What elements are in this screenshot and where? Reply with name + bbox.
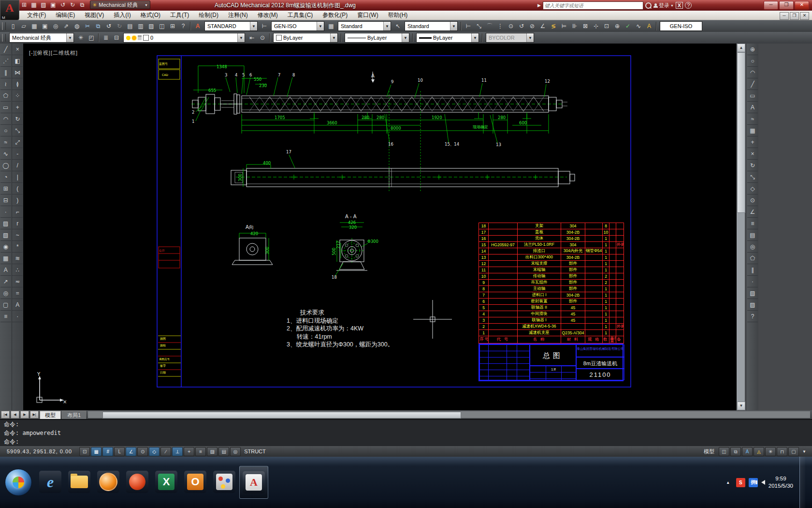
menu-窗口W[interactable]: 窗口(W) [352,10,383,20]
workspace-switcher[interactable]: ✳Mechanical 经典▼ [90,0,150,9]
cleanscreen-icon[interactable]: ▢ [788,447,799,456]
taskbar-clock[interactable]: 9:59 2015/5/30 [768,475,793,490]
filter-indicator[interactable]: STRUCT [241,448,269,454]
plot-icon[interactable]: ▣ [40,21,50,31]
quickprops-toggle[interactable]: ▤ [218,447,229,456]
match-props-icon[interactable]: A [12,299,23,311]
menu-编辑E[interactable]: 编辑(E) [51,10,80,20]
tab-布局1[interactable]: 布局1 [62,411,86,419]
donut-icon[interactable]: ◎ [0,287,11,299]
dim-linear-icon[interactable]: ⊢ [463,21,474,31]
measure-icon[interactable]: · [12,311,23,322]
ellipse-arc-icon[interactable]: ◔ [0,171,11,183]
ducs-toggle[interactable]: ⊥ [172,447,183,456]
dim-edit-icon[interactable]: A [644,21,654,31]
arc-tool-icon[interactable]: ◠ [747,67,758,78]
scroll-down-arrow[interactable]: ▼ [737,402,745,410]
taskbar-icon-ie[interactable]: e [36,466,64,498]
dim-break-icon[interactable]: ⊹ [591,21,601,31]
array-icon[interactable]: ⁘ [12,90,23,102]
text-tool-icon[interactable]: A [747,102,758,113]
dim-continue-icon[interactable]: ⊪ [569,21,580,31]
qat-project-icon[interactable]: ⊞ [19,0,29,9]
fillet-icon[interactable]: r [12,218,23,229]
dim-aligned-icon[interactable]: ⤡ [474,21,484,31]
menu-工具集C[interactable]: 工具集(C) [283,10,318,20]
drawing-canvas[interactable]: 1348655550230170528028019202803660600800… [23,44,737,410]
menu-文件F[interactable]: 文件(F) [22,10,51,20]
osnap-toggle[interactable]: ⊙ [137,447,148,456]
text-style-icon[interactable]: A [192,21,203,31]
workspace-switch-icon[interactable]: ✳ [765,447,776,456]
doc-close-button[interactable]: ✕ [800,12,809,20]
dim-style-icon[interactable]: ⊢ [259,21,270,31]
circle-icon[interactable]: ○ [0,125,11,136]
designcenter-icon[interactable]: ▥ [135,21,146,31]
redo-icon[interactable]: ↻ [114,21,125,31]
qat-undo-icon[interactable]: ↺ [58,0,68,9]
helix-icon[interactable]: ≡ [0,311,11,322]
menu-视图V[interactable]: 视图(V) [80,10,109,20]
otrack-toggle[interactable]: ∕ [160,447,171,456]
properties-icon[interactable]: ▤ [125,21,135,31]
ellipse-icon[interactable]: ◯ [0,160,11,171]
rotate-icon[interactable]: ↻ [12,113,23,125]
vertical-scroll-thumb[interactable] [737,52,745,213]
chevron-down-icon[interactable]: ▼ [330,33,337,42]
linetype-combo[interactable]: ByLayer▼ [345,33,409,43]
qat-plot-icon[interactable]: ▣ [48,0,58,9]
scale-tool-icon[interactable]: ⤡ [747,171,758,183]
sheetset-icon[interactable]: ◫ [157,21,167,31]
chevron-down-icon[interactable]: ▼ [402,33,409,42]
offset-icon[interactable]: ≬ [12,78,23,90]
annotation-visibility-icon[interactable]: ◬ [754,447,764,456]
table-style-icon[interactable]: ▦ [326,21,336,31]
layer-states-icon[interactable]: ⊟ [111,32,122,43]
chevron-down-icon[interactable]: ▼ [250,22,257,30]
dim-radius-icon[interactable]: ⊙ [506,21,516,31]
dim-tolerance-icon[interactable]: ⊡ [601,21,612,31]
snap-toggle[interactable]: ▦ [91,447,102,456]
dim-arc-icon[interactable]: ⌒ [484,21,495,31]
workspace-frame-icon[interactable]: ◰ [86,32,97,43]
rotate-tool-icon[interactable]: ↻ [747,160,758,171]
donut-tool-icon[interactable]: ◎ [747,241,758,253]
mline-icon[interactable]: ∥ [0,67,11,78]
mirror-icon[interactable]: ⋈ [12,67,23,78]
dim-angular-icon[interactable]: ∠ [537,21,548,31]
chevron-down-icon[interactable]: ▼ [66,33,73,42]
mleader-style-combo[interactable]: Standard▼ [405,21,458,31]
polygon-tool-icon[interactable]: ⬠ [747,253,758,264]
menu-参数化P[interactable]: 参数化(P) [318,10,352,20]
xline-icon[interactable]: ⋰ [0,55,11,67]
menu-注释N[interactable]: 注释(N) [223,10,253,20]
wipeout-icon[interactable]: ▢ [0,299,11,311]
insert-block-icon[interactable]: ⊞ [0,183,11,194]
web-icon[interactable]: ◍ [72,21,82,31]
mtext-icon[interactable]: A [0,264,11,276]
taskbar-icon-excel[interactable]: X [152,466,180,498]
menu-格式O[interactable]: 格式(O) [136,10,165,20]
horizontal-scroll-thumb[interactable] [102,412,461,418]
mline-tool-icon[interactable]: ∥ [747,264,758,276]
tray-ime-icon[interactable]: S [736,478,745,487]
infocenter-search-input[interactable] [543,1,643,10]
spline-icon[interactable]: ∿ [0,148,11,160]
center-tool-icon[interactable]: ⊙ [747,194,758,206]
align-icon[interactable]: = [12,287,23,299]
layer-previous-icon[interactable]: ⇤ [246,32,257,43]
lineweight-toggle[interactable]: ≡ [195,447,206,456]
layer-properties-icon[interactable]: ≣ [101,32,111,43]
ray-icon[interactable]: ↗ [0,276,11,287]
selection-cycling-toggle[interactable]: ◎ [230,447,241,456]
dim-tool-icon[interactable]: ⊕ [747,44,758,55]
dim-centermark-icon[interactable]: ⊕ [612,21,623,31]
tab-prev-button[interactable]: ◀ [11,411,19,418]
status-menu-icon[interactable]: ▼ [800,449,808,454]
cut-icon[interactable]: ✂ [82,21,93,31]
application-menu-button[interactable]: A M [0,0,19,20]
layer-isolate-icon[interactable]: ⊙ [257,32,268,43]
stretch-icon[interactable]: ⤢ [12,136,23,148]
taskbar-icon-app-red[interactable] [123,466,151,498]
toolbar-grip[interactable] [2,22,6,30]
